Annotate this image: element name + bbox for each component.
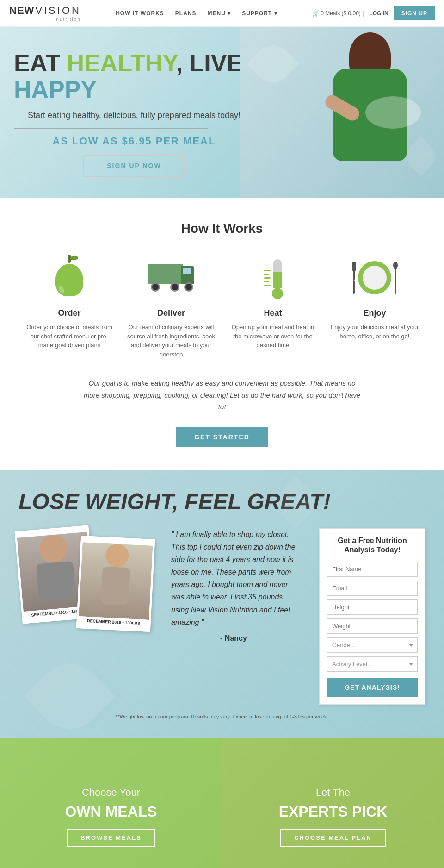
how-it-works-heading: How It Works [18,221,426,236]
step-enjoy-title: Enjoy [328,308,421,318]
first-name-input[interactable] [327,562,418,577]
testimonial-quote: " I am finally able to shop my closet. T… [171,528,296,629]
plate-outer [358,261,391,294]
sil-body [36,561,76,601]
spoon-svg [393,262,398,294]
browse-meals-panel: Choose Your OWN MEALS BROWSE MEALS [0,738,222,868]
nav-right: 🛒 0 Meals ($ 0.00) | LOG IN SIGN UP [312,6,435,20]
testimonial-author: - Nancy [171,634,296,643]
choose-plan-panel: Let The EXPERTS PICK CHOOSE MEAL PLAN [222,738,444,868]
hero-happy: HAPPY [14,76,97,103]
step-enjoy-desc: Enjoy your delicious meal at your home, … [328,323,421,341]
step-deliver: Deliver Our team of culinary experts wil… [125,255,217,359]
hero-eat: EAT [14,50,67,76]
step-enjoy: Enjoy Enjoy your delicious meal at your … [328,255,421,359]
step-order-desc: Order your choice of meals from our chef… [23,323,116,350]
before-after-photos: SEPTEMBER 2016 • 165LBS DECEMBER 2016 • … [18,528,148,630]
lose-weight-heading: LOSE WEIGHT, FEEL GREAT! [18,489,426,514]
weight-input[interactable] [327,618,418,634]
signup-button[interactable]: SIGN UP [394,6,435,20]
sil-body-2 [101,566,130,605]
bowl-placeholder [365,96,421,129]
sil-head-2 [105,543,130,568]
step-heat: Heat Open up your meal and heat in the m… [227,255,319,359]
hero-healthy: HEALTHY [67,50,176,76]
nav-plans[interactable]: PLANS [175,10,197,17]
truck-cab-icon [181,266,194,284]
thermometer-icon [250,255,296,301]
step-order-title: Order [23,308,116,318]
step-deliver-title: Deliver [125,308,217,318]
svg-rect-0 [353,262,355,280]
how-it-works-quote: Our goal is to make eating healthy as ea… [83,377,361,413]
login-link[interactable]: LOG IN [369,10,388,17]
truck-window [183,268,191,274]
analysis-button[interactable]: Get Analysis! [327,678,418,697]
photo-after: DECEMBER 2016 • 130LBS [76,535,155,631]
svg-rect-3 [353,280,355,294]
truck-icon [148,255,194,301]
brand-logo[interactable]: NEW VISION nutrition [9,5,81,22]
apple-icon [46,255,92,301]
truck-cargo [148,264,183,284]
plate-inner [363,266,387,290]
step-order: Order Order your choice of meals from ou… [23,255,116,359]
sil-head [38,533,68,563]
right-overlay: Let The EXPERTS PICK CHOOSE MEAL PLAN [222,738,444,868]
email-input[interactable] [327,581,418,596]
lose-weight-section: LOSE WEIGHT, FEEL GREAT! SEPTEMBER 2016 … [0,470,444,738]
hero-woman-figure [296,36,426,194]
height-input[interactable] [327,599,418,615]
brand-sub: nutrition [9,17,81,22]
nav-support[interactable]: SUPPORT ▾ [242,10,277,17]
thermo-tick-lines [264,270,271,286]
nav-menu[interactable]: MENU ▾ [208,10,231,17]
hero-price: AS LOW AS $6.95 PER MEAL [14,135,254,147]
truck-wheel-3 [184,282,193,292]
hero-title: EAT HEALTHY, LIVE HAPPY [14,50,254,103]
browse-meals-button[interactable]: BROWSE MEALS [67,829,155,847]
hero-content: EAT HEALTHY, LIVE HAPPY Start eating hea… [14,50,254,177]
nav-links: HOW IT WORKS PLANS MENU ▾ SUPPORT ▾ [116,10,277,17]
hero-comma: , [176,50,190,76]
how-it-works-section: How It Works Order Order your choice of … [0,198,444,470]
svg-rect-2 [355,262,356,271]
apple-leaf-icon [70,255,78,261]
choose-plan-button[interactable]: CHOOSE MEAL PLAN [280,829,386,847]
thermo-tube [273,259,282,296]
thermo-bulb [272,288,283,299]
cart-info[interactable]: 🛒 0 Meals ($ 0.00) | [312,10,364,17]
left-overlay: Choose Your OWN MEALS BROWSE MEALS [0,738,222,868]
plan-title: EXPERTS PICK [279,803,388,820]
nutrition-form: Get a Free Nutrition Analysis Today! Gen… [319,528,426,705]
leaf-deco-1 [247,37,299,90]
hero-section: EAT HEALTHY, LIVE HAPPY Start eating hea… [0,27,444,198]
brand-new: NEW [9,5,34,17]
plan-subtitle: Let The [316,787,350,799]
hero-subtitle: Start eating healthy, delicious, fully p… [14,109,254,122]
truck-wheel-1 [151,282,160,292]
hero-cta-button[interactable]: SIGN UP NOW [83,155,185,177]
brand-vision: VISION [35,5,81,17]
step-deliver-desc: Our team of culinary experts will source… [125,323,217,359]
activity-select[interactable]: Activity Level... Sedentary Lightly Acti… [327,656,418,672]
truck-wheel-2 [170,282,179,292]
form-heading: Get a Free Nutrition Analysis Today! [327,536,418,556]
get-started-button[interactable]: GET STARTED [176,427,268,447]
svg-point-4 [393,262,398,269]
svg-rect-5 [395,268,396,294]
browse-title: OWN MEALS [65,803,157,820]
leaf-bg-2 [270,476,322,529]
fork-svg [352,262,356,294]
browse-subtitle: Choose Your [82,787,140,799]
nav-how-it-works[interactable]: HOW IT WORKS [116,10,164,17]
navbar: NEW VISION nutrition HOW IT WORKS PLANS … [0,0,444,27]
hero-image [240,27,444,198]
plate-icon [352,255,398,301]
meals-section: Choose Your OWN MEALS BROWSE MEALS Let T… [0,738,444,868]
gender-select[interactable]: Gender... Male Female [327,637,418,653]
testimonial-text: " I am finally able to shop my closet. T… [162,528,305,643]
step-heat-desc: Open up your meal and heat in the microw… [227,323,319,350]
step-heat-title: Heat [227,308,319,318]
steps-container: Order Order your choice of meals from ou… [18,255,426,359]
